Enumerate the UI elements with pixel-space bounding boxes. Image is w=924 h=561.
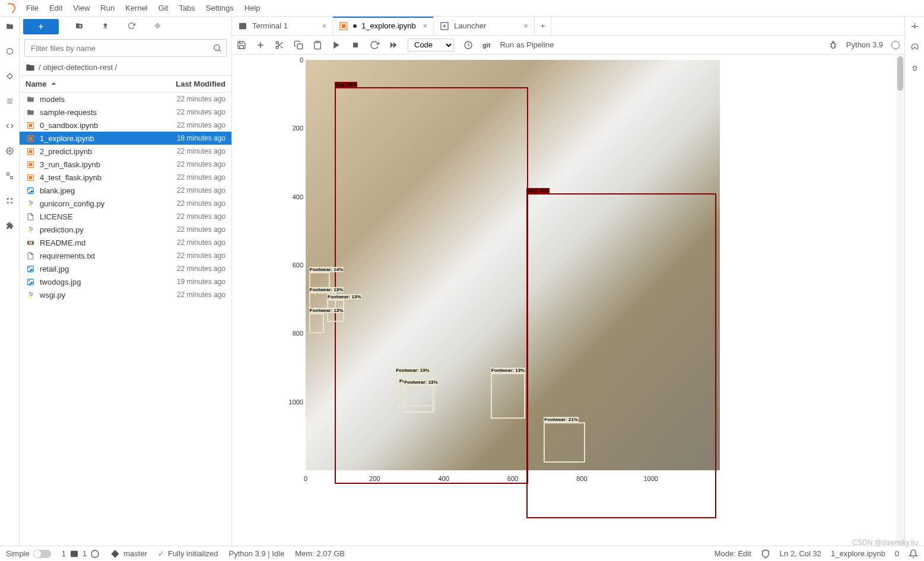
file-row[interactable]: 3_run_flask.ipynb22 minutes ago	[20, 158, 231, 171]
status-kernel: Python 3.9 | Idle	[229, 549, 285, 558]
property-inspector-icon[interactable]	[911, 23, 919, 30]
code-icon[interactable]	[4, 120, 15, 132]
close-icon[interactable]: ×	[523, 21, 528, 30]
copy-icon[interactable]	[294, 40, 303, 50]
y-tick: 800	[293, 330, 303, 337]
folder-icon[interactable]	[4, 20, 15, 32]
new-tab-button[interactable]: +	[535, 17, 551, 35]
tab[interactable]: Terminal 1×	[232, 17, 333, 35]
filter-input[interactable]	[24, 39, 227, 57]
file-row[interactable]: 4_test_flask.ipynb22 minutes ago	[20, 171, 231, 184]
file-row[interactable]: requirements.txt22 minutes ago	[20, 249, 231, 262]
menu-settings[interactable]: Settings	[206, 4, 234, 12]
file-list: models22 minutes agosample-requests22 mi…	[20, 93, 231, 546]
file-row[interactable]: LICENSE22 minutes ago	[20, 210, 231, 223]
y-tick: 1000	[289, 399, 303, 406]
run-all-icon[interactable]	[389, 40, 398, 50]
menu-git[interactable]: Git	[158, 4, 169, 12]
cell-type-select[interactable]: Code	[408, 39, 454, 52]
stop-icon[interactable]	[351, 40, 360, 50]
menu-edit[interactable]: Edit	[49, 4, 62, 12]
watermark: CSDN @dawnsky.liu	[852, 538, 918, 547]
menu-help[interactable]: Help	[245, 4, 261, 12]
git-clone-icon[interactable]	[154, 22, 163, 31]
git-label[interactable]: git	[482, 42, 490, 49]
svg-point-10	[11, 202, 12, 203]
run-pipeline-button[interactable]: Run as Pipeline	[500, 40, 554, 49]
file-row[interactable]: wsgi.py22 minutes ago	[20, 288, 231, 301]
close-icon[interactable]: ×	[423, 21, 427, 30]
cut-icon[interactable]	[275, 40, 284, 50]
svg-text:M: M	[28, 240, 32, 244]
refresh-icon[interactable]	[128, 22, 137, 31]
main-content: Terminal 1×1_explore.ipynb×Launcher×+ Co…	[232, 17, 904, 546]
file-row[interactable]: sample-requests22 minutes ago	[20, 106, 231, 119]
file-modified: 22 minutes ago	[177, 264, 226, 273]
svg-line-42	[281, 46, 283, 48]
file-row[interactable]: models22 minutes ago	[20, 93, 231, 106]
breadcrumb[interactable]: / object-detection-rest /	[20, 59, 231, 76]
menu-tabs[interactable]: Tabs	[179, 4, 195, 12]
header-modified[interactable]: Last Modified	[176, 79, 226, 88]
file-row[interactable]: blank.jpeg22 minutes ago	[20, 184, 231, 197]
upload-icon[interactable]	[101, 22, 111, 31]
file-icon	[26, 251, 35, 260]
kernel-name[interactable]: Python 3.9	[846, 40, 883, 49]
tab[interactable]: Launcher×	[434, 17, 535, 35]
restart-icon[interactable]	[370, 40, 379, 50]
status-tabs[interactable]: 11	[62, 549, 100, 559]
menu-file[interactable]: File	[26, 4, 39, 12]
file-name: wsgi.py	[40, 291, 177, 299]
tab[interactable]: 1_explore.ipynb×	[333, 17, 434, 35]
file-name: LICENSE	[40, 212, 177, 221]
file-row[interactable]: retail.jpg22 minutes ago	[20, 262, 231, 275]
save-icon[interactable]	[237, 40, 246, 50]
img-icon	[26, 264, 35, 273]
bug-icon[interactable]	[828, 40, 838, 50]
toc-icon[interactable]	[4, 95, 15, 107]
menu-view[interactable]: View	[73, 4, 90, 12]
extension-icon[interactable]	[4, 219, 15, 231]
detection-label: Footwear: 13%	[491, 368, 525, 373]
file-row[interactable]: 2_predict.ipynb22 minutes ago	[20, 145, 231, 158]
add-cell-icon[interactable]	[256, 40, 265, 50]
folder-icon	[26, 107, 35, 117]
file-modified: 22 minutes ago	[177, 160, 226, 168]
file-row[interactable]: gunicorn_config.py22 minutes ago	[20, 197, 231, 210]
svg-rect-33	[342, 24, 346, 28]
new-launcher-button[interactable]: +	[23, 19, 59, 34]
file-row[interactable]: twodogs.jpg19 minutes ago	[20, 275, 231, 288]
close-icon[interactable]: ×	[322, 21, 326, 30]
file-row[interactable]: 1_explore.ipynb18 minutes ago	[20, 132, 231, 145]
nb-icon	[26, 146, 35, 156]
main-area: + / object-detection-rest / Name Last Mo…	[0, 17, 924, 546]
menu-run[interactable]: Run	[100, 4, 115, 12]
debug-icon[interactable]	[911, 64, 919, 72]
build-icon[interactable]	[4, 145, 15, 157]
bell-icon[interactable]	[909, 549, 918, 559]
file-modified: 22 minutes ago	[177, 108, 226, 116]
file-row[interactable]: 0_sandbox.ipynb22 minutes ago	[20, 119, 231, 132]
file-browser-toolbar: +	[20, 17, 231, 37]
components-icon[interactable]	[4, 195, 15, 206]
pipeline-icon[interactable]	[4, 170, 15, 181]
new-folder-icon[interactable]	[75, 22, 85, 31]
file-row[interactable]: MREADME.md22 minutes ago	[20, 236, 231, 249]
notebook-toolbar: Code git Run as Pipeline Python 3.9	[232, 36, 904, 55]
dashboard-icon[interactable]	[911, 43, 919, 51]
trust-icon[interactable]	[761, 549, 770, 559]
header-name[interactable]: Name	[26, 79, 58, 88]
status-branch[interactable]: master	[110, 549, 147, 559]
file-row[interactable]: prediction.py22 minutes ago	[20, 223, 231, 236]
paste-icon[interactable]	[313, 40, 322, 50]
render-icon[interactable]	[463, 40, 473, 50]
kernel-indicator[interactable]	[891, 41, 900, 49]
menu-kernel[interactable]: Kernel	[125, 4, 148, 12]
simple-toggle[interactable]: Simple	[6, 549, 51, 558]
run-icon[interactable]	[332, 40, 341, 50]
running-icon[interactable]	[4, 45, 15, 57]
file-name: retail.jpg	[40, 264, 177, 273]
scrollbar-vertical[interactable]	[896, 55, 904, 546]
git-icon[interactable]	[4, 70, 15, 82]
nb-icon	[26, 173, 35, 182]
